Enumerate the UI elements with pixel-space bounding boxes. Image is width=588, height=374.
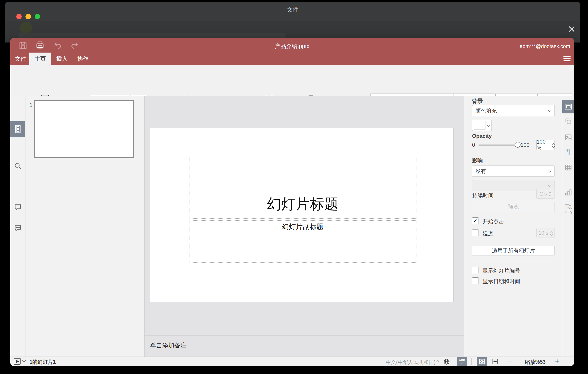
slide-settings-panel: 背景 颜色填充 Opacity 0 100 100 % 影响 没有 [464,96,562,357]
traffic-minimize-button[interactable] [25,14,31,19]
fit-slide-toggle[interactable] [477,357,487,366]
slide-canvas: 幻灯片标题 幻灯片副标题 单击添加备注 [145,96,464,357]
check-icon: ✓ [473,217,478,223]
apply-to-all-slides-button[interactable]: 适用于所有幻灯片 [472,246,555,255]
zoom-level: 缩放%53 [522,359,548,365]
spellcheck-toggle[interactable]: ABC ✓ [457,357,467,366]
presentation-editor: 产品介绍.pptx adm***@dootask.com 文件 主页 插入 协作 [10,38,574,366]
duration-label: 持续时间 [472,192,494,199]
chart-settings-icon[interactable] [564,188,573,197]
opacity-value: 100 % [537,139,550,151]
comments-icon[interactable] [13,203,22,212]
tab-file[interactable]: 文件 [12,53,29,65]
right-sidebar: ¶ Ta [562,96,574,357]
zoom-out-button[interactable]: − [508,357,512,365]
text-art-glyph: Ta [565,203,572,210]
tab-home[interactable]: 主页 [29,53,51,65]
slideshow-chevron-icon[interactable] [22,359,26,362]
title-placeholder[interactable]: 幻灯片标题 [189,157,416,219]
chat-icon[interactable] [13,223,22,232]
left-sidebar [10,96,25,357]
start-on-click-label: 开始点击 [483,218,504,225]
document-title: 产品介绍.pptx [10,43,574,50]
user-email: adm***@dootask.com [520,44,570,49]
window-title: 文件 [5,6,580,13]
screen: 文件 产品介绍.pptx adm***@dootask.com 文件 主页 [0,0,588,374]
spellcheck-check-icon: ✓ [461,361,463,364]
status-bar: 1的幻灯片1 中文(中华人民共和国) ^ ABC ✓ − 缩放%53 + [10,357,574,366]
slide-page[interactable]: 幻灯片标题 幻灯片副标题 [150,128,453,302]
subtitle-placeholder[interactable]: 幻灯片副标题 [189,220,416,263]
opacity-max-label: 100 [521,142,529,148]
background-label: 背景 [472,98,483,105]
background-fill-select[interactable]: 颜色填充 [472,105,555,116]
effect-value: 没有 [475,167,548,175]
paragraph-settings-icon[interactable]: ¶ [564,147,573,156]
delay-value: 10 s [539,230,548,236]
slide-thumbnail-number: 1 [30,102,32,108]
show-date-time-checkbox[interactable] [472,277,479,284]
traffic-close-button[interactable] [16,14,22,19]
start-slideshow-status-icon[interactable] [14,358,21,365]
background-color-swatch [474,121,485,130]
delay-checkbox[interactable] [472,230,479,236]
opacity-min-label: 0 [472,142,475,148]
show-slide-number-label: 显示幻灯片编号 [483,267,520,274]
slide-title-text: 幻灯片标题 [267,194,338,214]
background-fill-value: 颜色填充 [475,107,548,114]
shape-settings-icon[interactable] [564,117,573,126]
start-on-click-checkbox[interactable]: ✓ [472,217,479,224]
status-divider [471,358,472,365]
slides-panel-icon[interactable] [10,121,25,137]
image-settings-icon[interactable] [564,133,573,142]
opacity-label: Opacity [472,133,492,139]
opacity-slider-thumb[interactable] [515,142,521,148]
traffic-zoom-button[interactable] [35,14,40,19]
preview-button[interactable]: 预览 [472,202,555,212]
menu-icon[interactable] [563,56,571,62]
duration-spinner[interactable]: 2 s [536,189,555,199]
close-icon[interactable] [568,25,576,33]
slide-counter: 1的幻灯片1 [30,359,56,365]
avatar [20,22,32,34]
show-slide-number-checkbox[interactable] [472,267,479,273]
tab-collaboration[interactable]: 协作 [73,53,93,65]
duration-value: 2 s [540,191,547,197]
fit-width-icon[interactable] [491,358,499,365]
slide-thumbnails-panel: 1 [25,96,145,357]
background-card-edge [18,33,286,38]
ribbon-toolbar: 添加幻灯片 A▲ A▼ Aa [10,65,574,96]
set-language-globe-icon[interactable] [443,358,450,365]
editor-header: 产品介绍.pptx adm***@dootask.com 文件 主页 插入 协作 [10,38,574,65]
zoom-in-button[interactable]: + [555,357,559,365]
tab-insert[interactable]: 插入 [53,53,71,65]
slide-settings-icon[interactable] [562,100,574,113]
background-color-picker[interactable] [472,120,492,131]
slide-subtitle-text: 幻灯片副标题 [282,222,324,231]
delay-label: 延迟 [483,230,493,237]
panel-divider [472,262,555,262]
notes-area[interactable]: 单击添加备注 [145,335,464,357]
notes-placeholder: 单击添加备注 [150,341,186,349]
opacity-spinner[interactable]: 100 % [536,140,555,150]
show-date-time-label: 显示日期和时间 [483,278,520,285]
search-icon[interactable] [13,162,22,170]
effect-label: 影响 [472,157,483,164]
text-art-settings-icon[interactable]: Ta [564,203,573,214]
language-status[interactable]: 中文(中华人民共和国) [386,359,435,366]
effect-select[interactable]: 没有 [472,165,555,177]
table-settings-icon[interactable] [564,163,573,172]
language-caret-icon: ^ [437,359,439,365]
opacity-slider-track[interactable] [479,144,518,146]
slide-thumbnail-selected[interactable] [34,100,134,158]
delay-spinner[interactable]: 10 s [536,228,555,238]
